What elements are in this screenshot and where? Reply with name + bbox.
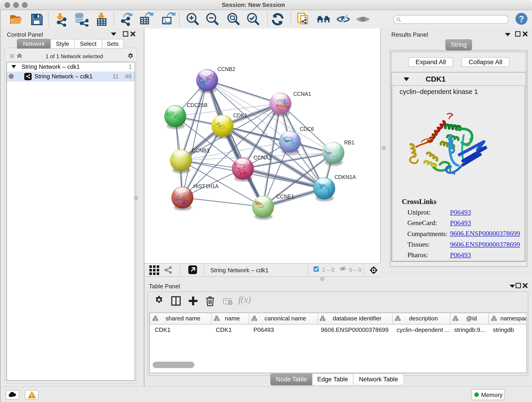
- svg-text:CDK1: CDK1: [233, 113, 247, 119]
- svg-text:CCNA1: CCNA1: [293, 91, 311, 97]
- svg-text:?: ?: [519, 14, 524, 24]
- svg-text:CDC25B: CDC25B: [187, 102, 208, 108]
- svg-text:CDC6: CDC6: [300, 126, 314, 132]
- svg-text:CCNB1: CCNB1: [192, 148, 210, 153]
- svg-text:HIST1H1A: HIST1H1A: [193, 183, 219, 189]
- svg-text:CDKN1A: CDKN1A: [335, 174, 356, 180]
- svg-text:RB1: RB1: [344, 140, 355, 146]
- svg-text:CCNE1: CCNE1: [276, 194, 294, 200]
- svg-text:CCNB2: CCNB2: [217, 66, 235, 72]
- svg-text:CCNA2: CCNA2: [254, 155, 272, 161]
